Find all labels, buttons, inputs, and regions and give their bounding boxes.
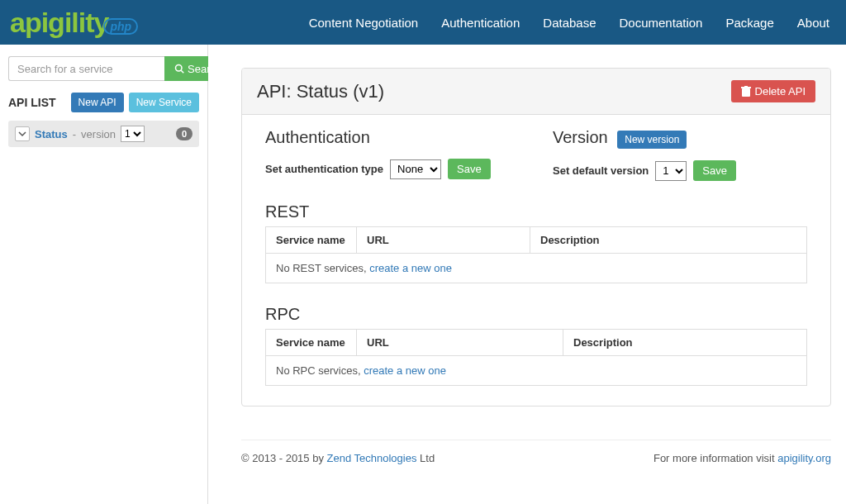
rpc-table: Service name URL Description No RPC serv…	[265, 329, 807, 386]
api-list-item[interactable]: Status - version 1 0	[8, 121, 199, 147]
rest-heading: REST	[265, 202, 807, 221]
nav-about[interactable]: About	[797, 16, 829, 30]
logo-sub: php	[103, 18, 138, 35]
rpc-col-service: Service name	[266, 330, 357, 356]
rest-col-url: URL	[357, 227, 530, 254]
nav-authentication[interactable]: Authentication	[441, 16, 520, 30]
service-count-badge: 0	[176, 127, 192, 140]
trash-icon	[741, 86, 751, 97]
auth-save-button[interactable]: Save	[448, 159, 491, 179]
search-icon	[174, 64, 184, 74]
new-api-button[interactable]: New API	[71, 93, 124, 112]
rpc-empty-text: No RPC services,	[276, 364, 364, 377]
delete-api-button[interactable]: Delete API	[731, 80, 815, 102]
rest-table: Service name URL Description No REST ser…	[265, 226, 807, 283]
nav-documentation[interactable]: Documentation	[620, 16, 703, 30]
default-version-select[interactable]: 1	[655, 161, 687, 181]
svg-rect-2	[742, 88, 750, 97]
rpc-col-desc: Description	[563, 330, 807, 356]
default-version-label: Set default version	[553, 164, 649, 177]
rpc-create-link[interactable]: create a new one	[364, 364, 446, 377]
auth-heading: Authentication	[265, 128, 520, 147]
rpc-col-url: URL	[357, 330, 563, 356]
version-select[interactable]: 1	[121, 126, 145, 142]
rest-col-desc: Description	[530, 227, 807, 254]
svg-point-0	[176, 65, 183, 72]
logo: apigility php	[10, 8, 138, 36]
expand-toggle[interactable]	[15, 126, 30, 141]
new-service-button[interactable]: New Service	[129, 93, 199, 112]
chevron-down-icon	[18, 130, 26, 138]
api-list-heading: API LIST	[8, 96, 56, 109]
rpc-heading: RPC	[265, 305, 807, 324]
content-area: API: Status (v1) Delete API Authenticati…	[208, 45, 846, 504]
top-navbar: apigility php Content Negotiation Authen…	[0, 0, 846, 45]
sidebar: Search API LIST New API New Service Stat…	[0, 45, 208, 504]
rest-col-service: Service name	[266, 227, 357, 254]
search-input[interactable]	[8, 56, 164, 81]
nav-package[interactable]: Package	[725, 16, 773, 30]
primary-nav: Content Negotiation Authentication Datab…	[309, 16, 829, 30]
rest-create-link[interactable]: create a new one	[369, 262, 452, 274]
nav-database[interactable]: Database	[543, 16, 596, 30]
rest-empty-text: No REST services,	[276, 262, 369, 274]
new-version-button[interactable]: New version	[617, 131, 687, 149]
version-save-button[interactable]: Save	[693, 160, 736, 181]
delete-api-label: Delete API	[755, 85, 806, 97]
footer-zend-link[interactable]: Zend Technologies	[327, 452, 417, 464]
svg-rect-4	[744, 86, 748, 88]
auth-type-label: Set authentication type	[265, 163, 383, 175]
svg-line-1	[181, 70, 183, 73]
auth-type-select[interactable]: None	[390, 159, 441, 179]
nav-content-negotiation[interactable]: Content Negotiation	[309, 16, 419, 30]
api-name: Status	[35, 128, 68, 140]
logo-text: apigility	[10, 8, 108, 36]
version-label: version	[81, 128, 116, 140]
version-heading: Version	[553, 128, 608, 146]
api-panel: API: Status (v1) Delete API Authenticati…	[241, 68, 831, 407]
footer-apigility-link[interactable]: apigility.org	[777, 452, 831, 464]
page-title: API: Status (v1)	[257, 81, 384, 102]
footer: © 2013 - 2015 by Zend Technologies Ltd F…	[241, 440, 831, 464]
